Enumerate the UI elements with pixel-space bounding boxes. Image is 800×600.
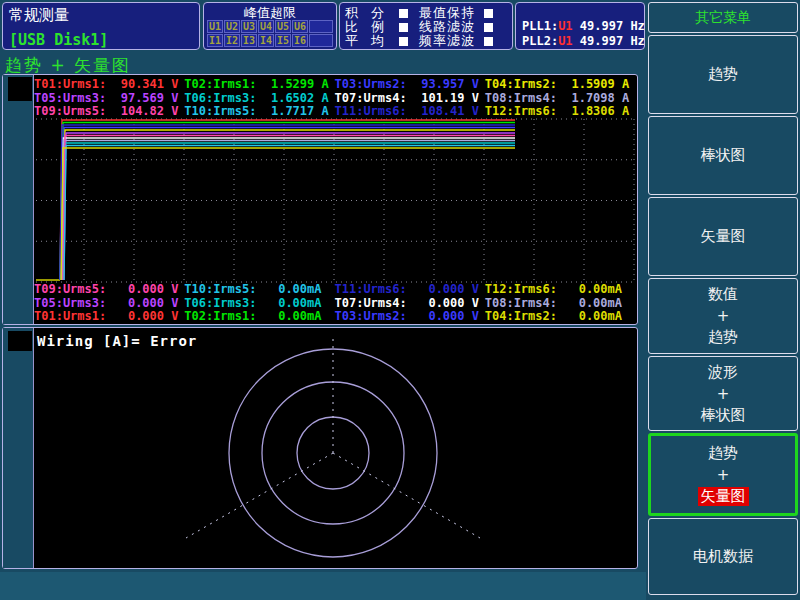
- trend-bottom-value-t11: T11:Urms6: 0.000 V: [335, 283, 485, 297]
- sidebar-item-label: 趋势: [708, 65, 738, 84]
- vector-axis-ray-3: [333, 453, 480, 538]
- sidebar-item-label: 数值: [708, 285, 738, 304]
- sidebar-item-4[interactable]: 数值+趋势: [648, 278, 798, 354]
- pll1-source: U1: [558, 19, 572, 33]
- trend-trace-t08: [62, 141, 515, 281]
- indicator-square: [399, 9, 408, 18]
- peak-cell-u1: U1: [207, 20, 223, 33]
- peak-cell-u4: U4: [258, 20, 274, 33]
- status-bar: Update 114 ( 500ms) 102400 Sum 2021/12/1…: [0, 572, 646, 600]
- sidebar-item-label: 棒状图: [701, 406, 746, 425]
- sidebar-item-label: +: [717, 385, 730, 403]
- peak-cell-i4: I4: [258, 34, 274, 47]
- sidebar-item-label: 矢量图: [701, 227, 746, 246]
- sidebar-item-5[interactable]: 波形+棒状图: [648, 356, 798, 431]
- peak-cell-i5: I5: [275, 34, 291, 47]
- sidebar-item-2[interactable]: 棒状图: [648, 116, 798, 195]
- peak-cell-u3: U3: [241, 20, 257, 33]
- peak-cell-blank: [309, 20, 333, 33]
- indicator-square: [484, 23, 493, 32]
- trend-bottom-value-t06: T06:Irms3: 0.00mA: [184, 297, 334, 311]
- peak-cell-u6: U6: [292, 20, 308, 33]
- measurement-mode-label: 常规测量: [9, 6, 69, 25]
- trend-bottom-value-t08: T08:Irms4: 0.00mA: [485, 297, 635, 311]
- vector-panel: Wiring [A]= Error: [2, 327, 638, 569]
- peak-cell-u2: U2: [224, 20, 240, 33]
- peak-cell-i3: I3: [241, 34, 257, 47]
- peak-cell-i2: I2: [224, 34, 240, 47]
- pll2-source: U1: [558, 34, 572, 48]
- trend-trace-t03: [62, 128, 515, 281]
- trend-trace-t04: [63, 130, 515, 280]
- sidebar-item-1[interactable]: 趋势: [648, 35, 798, 114]
- sidebar-item-other-menu[interactable]: 其它菜单: [648, 2, 798, 33]
- pll2-frequency: 49.997 Hz: [580, 34, 645, 48]
- sidebar-item-label: 趋势: [708, 444, 738, 463]
- pll1-label: PLL1:: [522, 19, 558, 33]
- peak-i-row: I1I2I3I4I5I6: [207, 34, 333, 47]
- sidebar-item-label: 趋势: [708, 328, 738, 347]
- sidebar-item-label: +: [717, 307, 730, 325]
- trend-trace-t05: [64, 133, 515, 280]
- vector-diagram-svg: [34, 329, 635, 567]
- indicator-square: [399, 37, 408, 46]
- trend-bottom-value-t09: T09:Urms5: 0.000 V: [34, 283, 184, 297]
- sidebar-item-label: 棒状图: [701, 146, 746, 165]
- vector-panel-notch: [8, 331, 32, 351]
- peak-over-limit-box: 峰值超限 U1U2U3U4U5U6 I1I2I3I4I5I6: [203, 2, 337, 50]
- sidebar-item-label: 矢量图: [698, 487, 749, 506]
- sidebar-item-7[interactable]: 电机数据: [648, 518, 798, 595]
- trend-trace-t12: [61, 148, 515, 280]
- peak-cell-i1: I1: [207, 34, 223, 47]
- sidebar-other-menu-label: 其它菜单: [695, 9, 751, 27]
- screen: 常规测量 [USB Disk1] 峰值超限 U1U2U3U4U5U6 I1I2I…: [0, 0, 800, 600]
- sidebar-item-label: 波形: [708, 363, 738, 382]
- vector-axis-ray-2: [186, 453, 333, 538]
- pll-box: PLL1: U1 49.997 Hz PLL2: U1 49.997 Hz: [515, 2, 645, 50]
- pll1-frequency: 49.997 Hz: [580, 19, 645, 33]
- trend-bottom-value-t05: T05:Urms3: 0.000 V: [34, 297, 184, 311]
- trend-bottom-value-t12: T12:Irms6: 0.00mA: [485, 283, 635, 297]
- trend-trace-t06: [60, 143, 515, 280]
- trend-trace-t09: [63, 136, 515, 281]
- trend-bottom-value-t04: T04:Irms2: 0.00mA: [485, 310, 635, 324]
- peak-cell-u5: U5: [275, 20, 291, 33]
- general-info-box: 常规测量 [USB Disk1]: [2, 2, 200, 50]
- peak-cell-blank: [309, 34, 333, 47]
- trend-trace-t10: [64, 146, 515, 281]
- trend-bottom-value-t10: T10:Irms5: 0.00mA: [184, 283, 334, 297]
- trend-bottom-value-t01: T01:Urms1: 0.000 V: [34, 310, 184, 324]
- settings-indicator-box: 积分最值保持比例线路滤波平均频率滤波: [339, 2, 513, 50]
- usb-disk-label: [USB Disk1]: [9, 31, 108, 49]
- settings-rows: 积分最值保持比例线路滤波平均频率滤波: [345, 6, 509, 48]
- sidebar-item-label: +: [717, 466, 730, 484]
- vector-panel-gutter: [3, 328, 34, 568]
- sidebar-item-6[interactable]: 趋势+矢量图: [648, 433, 798, 516]
- peak-u-row: U1U2U3U4U5U6: [207, 20, 333, 33]
- trend-bottom-values: T09:Urms5: 0.000 VT10:Irms5: 0.00mAT11:U…: [34, 283, 635, 324]
- pll2-label: PLL2:: [522, 34, 558, 48]
- indicator-square: [399, 23, 408, 32]
- settings-char: 均: [371, 32, 390, 50]
- settings-label: 频率滤波: [419, 32, 475, 50]
- trend-panel-notch: [8, 77, 32, 101]
- sidebar-item-label: 电机数据: [693, 547, 753, 566]
- settings-row-3: 平均频率滤波: [345, 34, 509, 48]
- indicator-square: [484, 9, 493, 18]
- trend-bottom-value-t07: T07:Urms4: 0.000 V: [335, 297, 485, 311]
- pll1-row: PLL1: U1 49.997 Hz: [522, 19, 645, 33]
- sidebar: 其它菜单 趋势棒状图矢量图数值+趋势波形+棒状图趋势+矢量图电机数据: [646, 0, 800, 600]
- trend-panel: T01:Urms1: 90.341 VT02:Irms1: 1.5299 AT0…: [2, 74, 638, 325]
- peak-cell-i6: I6: [292, 34, 308, 47]
- trend-bottom-value-t03: T03:Urms2: 0.000 V: [335, 310, 485, 324]
- indicator-square: [484, 37, 493, 46]
- pll2-row: PLL2: U1 49.997 Hz: [522, 34, 645, 48]
- trend-panel-gutter: [3, 75, 34, 324]
- settings-char: 平: [345, 32, 364, 50]
- trend-bottom-value-t02: T02:Irms1: 0.00mA: [184, 310, 334, 324]
- sidebar-item-3[interactable]: 矢量图: [648, 197, 798, 276]
